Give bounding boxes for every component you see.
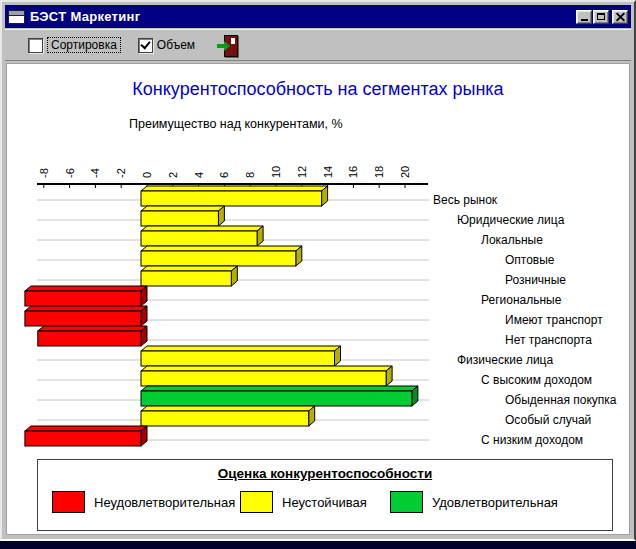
bar — [141, 211, 218, 226]
bar-top-face — [141, 226, 263, 231]
minimize-icon — [581, 19, 588, 21]
bar — [141, 251, 296, 266]
tick-label: -8 — [38, 168, 50, 178]
bar-top-face — [141, 346, 341, 351]
tick-label: -4 — [89, 168, 101, 178]
sort-checkbox[interactable] — [28, 38, 43, 53]
tick-label: 2 — [167, 172, 179, 178]
bar-top-face — [141, 186, 328, 191]
tick-label: 12 — [296, 166, 308, 178]
volume-checkbox[interactable] — [138, 38, 153, 53]
sort-checkbox-label[interactable]: Сортировка — [47, 37, 121, 53]
category-label: Региональные — [481, 293, 562, 307]
legend-swatch-yellow — [240, 491, 273, 513]
bar — [141, 231, 257, 246]
bar-top-face — [38, 326, 147, 331]
bar-top-face — [141, 266, 237, 271]
tick-label: 8 — [244, 172, 256, 178]
tick-label: 18 — [373, 166, 385, 178]
bar — [25, 291, 141, 306]
plot-svg: -8-6-4-202468101214161820Весь рынокЮриди… — [7, 139, 633, 459]
bar-top-face — [141, 386, 418, 391]
legend-item: Неудовлетворительная — [52, 491, 235, 513]
screen: БЭСТ Маркетинг Сортировка Объем Конкурен… — [0, 0, 636, 549]
bar-top-face — [25, 306, 147, 311]
chart-panel: Конкурентоспособность на сегментах рынка… — [6, 63, 630, 535]
bar — [141, 191, 322, 206]
tick-label: 16 — [347, 166, 359, 178]
bar — [141, 391, 412, 406]
bar-top-face — [141, 406, 315, 411]
exit-arrow-head — [224, 41, 230, 51]
category-label: С низким доходом — [481, 433, 583, 447]
bar — [25, 311, 141, 326]
tick-label: 20 — [399, 166, 411, 178]
tick-label: 14 — [322, 166, 334, 178]
bar — [141, 411, 309, 426]
bar-top-face — [141, 366, 392, 371]
tick-label: -6 — [64, 168, 76, 178]
bar — [25, 431, 141, 446]
legend-item-label: Неудовлетворительная — [94, 495, 235, 510]
tick-label: 4 — [193, 172, 205, 178]
category-label: Имеют транспорт — [505, 313, 603, 327]
category-label: Особый случай — [505, 413, 591, 427]
app-window: БЭСТ Маркетинг Сортировка Объем Конкурен… — [0, 0, 636, 541]
window-icon — [8, 10, 25, 24]
category-label: Розничные — [505, 273, 566, 287]
toolbar: Сортировка Объем — [5, 29, 631, 61]
legend-swatch-green — [390, 491, 423, 513]
bar-top-face — [141, 206, 224, 211]
close-button[interactable] — [612, 10, 628, 24]
bottom-strip — [0, 541, 636, 549]
close-icon — [616, 12, 625, 21]
legend-item: Неустойчивая — [240, 491, 367, 513]
tick-label: 0 — [141, 172, 153, 178]
door-window — [231, 38, 235, 44]
category-label: Физические лица — [457, 353, 553, 367]
chart-title: Конкурентоспособность на сегментах рынка — [7, 79, 629, 100]
category-label: Весь рынок — [433, 193, 498, 207]
category-label: Оптовые — [505, 253, 555, 267]
legend-title: Оценка конкурентоспособности — [38, 466, 612, 481]
maximize-icon — [597, 13, 605, 20]
category-label: Локальные — [481, 233, 543, 247]
legend-item-label: Удовлетворительная — [432, 495, 558, 510]
exit-button[interactable] — [217, 34, 239, 57]
legend-swatch-red — [52, 491, 85, 513]
tick-label: -2 — [115, 168, 127, 178]
maximize-button[interactable] — [593, 10, 609, 24]
bar-top-face — [141, 246, 302, 251]
window-title: БЭСТ Маркетинг — [30, 9, 575, 24]
tick-label: 6 — [218, 172, 230, 178]
legend-item-label: Неустойчивая — [282, 495, 367, 510]
bar — [141, 351, 335, 366]
exit-arrow-icon — [217, 44, 224, 48]
legend-box: Оценка конкурентоспособности Неудовлетво… — [37, 459, 613, 531]
category-label: С высоким доходом — [481, 373, 592, 387]
category-label: Обыденная покупка — [505, 393, 617, 407]
titlebar[interactable]: БЭСТ Маркетинг — [5, 5, 631, 28]
minimize-button[interactable] — [576, 10, 592, 24]
legend-item: Удовлетворительная — [390, 491, 558, 513]
volume-checkbox-label[interactable]: Объем — [157, 38, 195, 52]
bar — [38, 331, 141, 346]
category-label: Нет транспорта — [505, 333, 592, 347]
bar — [141, 271, 231, 286]
bar-top-face — [25, 426, 147, 431]
bar — [141, 371, 386, 386]
tick-label: 10 — [270, 166, 282, 178]
bar-top-face — [25, 286, 147, 291]
axis-caption: Преимущество над конкурентами, % — [129, 117, 343, 131]
category-label: Юридические лица — [457, 213, 565, 227]
